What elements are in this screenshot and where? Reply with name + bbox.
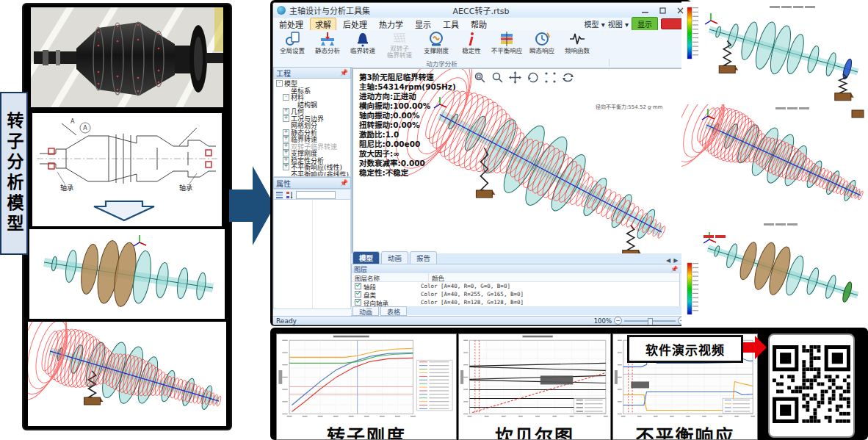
tool-transient-response[interactable]: 瞬态响应 bbox=[525, 31, 559, 59]
rotate-icon[interactable] bbox=[527, 71, 539, 84]
tool-dual-rotor: 双转子 临界转速 bbox=[381, 31, 418, 59]
annotation-line: 横向振动:100.00% bbox=[359, 101, 456, 111]
tab-prev-icon[interactable]: ◀ bbox=[666, 257, 670, 264]
tool-unbalance-response[interactable]: 不平衡响应 bbox=[490, 31, 524, 59]
menu-帮助[interactable]: 帮助 bbox=[466, 18, 492, 31]
layer-color-value: Color [A=40, R=128, G=128, B=0] bbox=[421, 299, 524, 306]
layer-color-value: Color [A=40, R=0, G=0, B=0] bbox=[421, 283, 510, 289]
bearing-right-label: 轴承 bbox=[179, 184, 192, 192]
rotor-result-top bbox=[681, 1, 868, 104]
rotor-photo-art bbox=[31, 7, 223, 107]
sort-az-icon[interactable] bbox=[286, 191, 294, 199]
doc-tab-模型[interactable]: 模型 bbox=[352, 251, 380, 264]
menu-求解[interactable]: 求解 bbox=[310, 18, 336, 31]
screenshot-canvas: A A 轴承 轴承 转子分析模型 bbox=[0, 0, 868, 440]
left-banner: 转子分析模型 bbox=[0, 92, 28, 255]
expand-icon[interactable]: + bbox=[283, 150, 289, 156]
rotor-result-bottom bbox=[681, 219, 868, 329]
column-layer-name: 图层名称 bbox=[352, 273, 429, 281]
menu-工具[interactable]: 工具 bbox=[438, 18, 464, 31]
menu-后处理[interactable]: 后处理 bbox=[338, 18, 372, 31]
doc-tab-报告[interactable]: 报告 bbox=[410, 251, 437, 264]
categorize-icon[interactable] bbox=[275, 191, 283, 199]
model-dropdown[interactable]: 模型 ▾ bbox=[585, 18, 605, 29]
tool-critical-speed[interactable]: 临界转速 bbox=[346, 31, 380, 59]
rotor-solid-model bbox=[29, 229, 225, 319]
pin-icon[interactable]: 📌 bbox=[670, 266, 678, 273]
ribbon-group-label: 动力学分析 bbox=[275, 59, 610, 66]
rotor-mode-middle bbox=[681, 104, 868, 219]
minimize-button[interactable] bbox=[636, 4, 654, 17]
bottom-tabs: 动画表格 bbox=[351, 306, 689, 315]
layer-row-盘类[interactable]: 盘类Color [A=40, R=255, G=165, B=0] bbox=[352, 290, 688, 298]
collapse-icon[interactable]: - bbox=[283, 94, 289, 101]
rotor-drawing-art: A A 轴承 轴承 bbox=[32, 113, 222, 226]
refresh-icon[interactable] bbox=[562, 71, 574, 84]
tool-stability[interactable]: 稳定性 bbox=[455, 31, 488, 59]
properties-panel-header: 属性 📌 bbox=[273, 177, 351, 189]
banner-label: 转子分析模型 bbox=[1, 112, 26, 235]
close-button[interactable] bbox=[671, 4, 689, 17]
annotation-line: 主轴:54314rpm(905Hz) bbox=[359, 82, 456, 92]
view-dropdown[interactable]: 视图 ▾ bbox=[608, 18, 629, 29]
expand-icon[interactable]: + bbox=[283, 164, 289, 170]
rotor-photo bbox=[31, 7, 223, 107]
tool-support-stiffness[interactable]: 支撑刚度 bbox=[419, 31, 453, 59]
layer-row-轴段[interactable]: 轴段Color [A=40, R=0, G=0, B=0] bbox=[352, 282, 688, 290]
tool-label: 稳定性 bbox=[462, 48, 481, 54]
left-dock: 工程 📌 -模型坐标系-材料结构钢+几何+工况与边界网格划分+静态分析+临界转速… bbox=[273, 67, 352, 318]
tree-item-坐标系[interactable]: 坐标系 bbox=[276, 87, 350, 95]
layer-row-径向轴承[interactable]: 径向轴承Color [A=40, R=128, G=128, B=0] bbox=[352, 298, 688, 306]
flow-arrow-right-icon bbox=[229, 166, 275, 247]
zoom-slider[interactable] bbox=[624, 320, 676, 322]
pan-icon[interactable] bbox=[509, 71, 521, 84]
max-value-placeholder bbox=[704, 235, 726, 238]
checkbox-checked-icon[interactable] bbox=[355, 283, 361, 289]
annotation-line: 稳定性:不稳定 bbox=[359, 168, 456, 178]
menu-热力学[interactable]: 热力学 bbox=[374, 18, 408, 31]
pin-icon[interactable]: 📌 bbox=[340, 179, 348, 187]
tab-next-icon[interactable]: ▶ bbox=[673, 257, 678, 264]
column-color: 颜色 bbox=[429, 273, 688, 281]
zoom-out-button[interactable]: − bbox=[614, 317, 622, 325]
menu-前处理[interactable]: 前处理 bbox=[274, 18, 308, 31]
tool-frf[interactable]: 频响函数 bbox=[560, 31, 594, 59]
window-title: 主轴设计与分析工具集 bbox=[289, 4, 370, 16]
tree-item-模型[interactable]: -模型 bbox=[276, 80, 350, 87]
doc-tab-动画[interactable]: 动画 bbox=[381, 251, 408, 264]
annotation-line: 进动方向:正进动 bbox=[359, 92, 456, 101]
rotor-mode-left bbox=[28, 322, 226, 426]
properties-grid bbox=[273, 199, 351, 309]
properties-filter-input[interactable] bbox=[296, 191, 336, 199]
zoom-control: 100% − + bbox=[594, 317, 686, 325]
expand-icon[interactable]: + bbox=[283, 108, 289, 115]
pin-icon[interactable]: 📌 bbox=[340, 69, 348, 76]
chart-caption: 坎贝尔图 bbox=[459, 422, 610, 440]
chart-rotor-stiffness: 转子刚度 bbox=[276, 333, 457, 440]
checkbox-checked-icon[interactable] bbox=[355, 299, 361, 306]
menubar: 前处理求解后处理热力学显示工具帮助 模型 ▾ 视图 ▾ 显示 bbox=[273, 18, 689, 31]
tool-settings[interactable]: 全局设置 bbox=[275, 31, 309, 59]
expand-icon[interactable]: + bbox=[283, 115, 289, 122]
rotor-drawing: A A 轴承 轴承 bbox=[32, 113, 222, 226]
expand-icon[interactable]: + bbox=[283, 136, 289, 143]
document-tabs: 模型动画报告◀▶✕ bbox=[351, 253, 689, 264]
menu-显示[interactable]: 显示 bbox=[410, 18, 436, 31]
fit-icon[interactable] bbox=[544, 71, 557, 84]
statusbar: Ready 100% − + bbox=[273, 316, 689, 325]
annotation-line: 激励比:1.0 bbox=[359, 130, 456, 140]
viewport-3d[interactable]: 第3阶无阻尼临界转速主轴:54314rpm(905Hz)进动方向:正进动横向振动… bbox=[352, 68, 686, 255]
maximize-button[interactable] bbox=[654, 4, 671, 17]
zoom-icon[interactable] bbox=[491, 71, 504, 84]
tool-label: 不平衡响应 bbox=[491, 48, 523, 54]
bottom-tab-表格[interactable]: 表格 bbox=[380, 306, 407, 316]
bottom-tab-动画[interactable]: 动画 bbox=[352, 306, 379, 316]
app-icon bbox=[277, 6, 286, 15]
show-button[interactable]: 显示 bbox=[632, 17, 658, 31]
checkbox-checked-icon[interactable] bbox=[355, 291, 361, 297]
tool-static-analysis[interactable]: 静态分析 bbox=[311, 31, 344, 59]
support-stiffness-icon bbox=[428, 31, 444, 47]
qr-code bbox=[768, 333, 855, 438]
zoom-window-icon[interactable] bbox=[474, 71, 486, 84]
collapse-icon[interactable]: - bbox=[276, 80, 283, 87]
